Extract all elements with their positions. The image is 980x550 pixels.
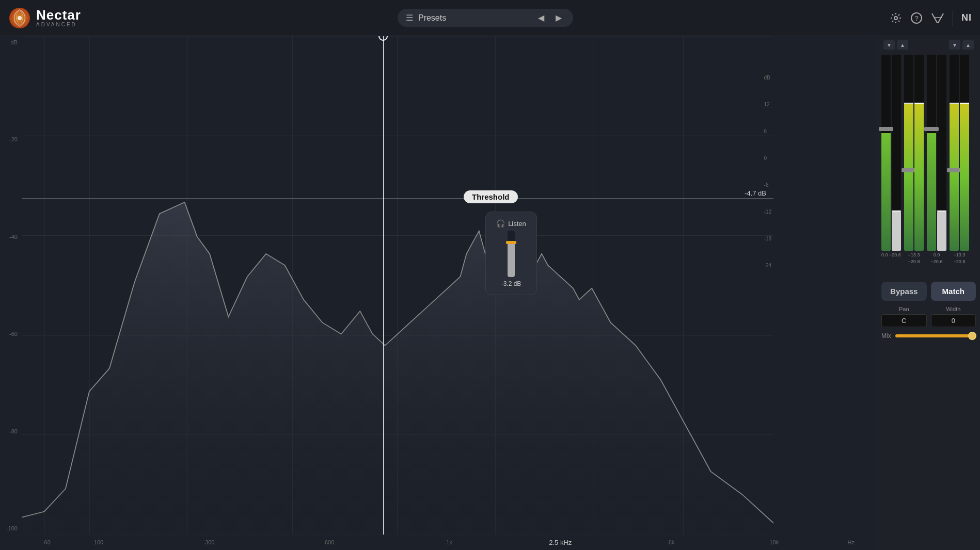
freq-100: 100 <box>94 539 103 545</box>
left-arrows: ▼ ▲ <box>883 40 908 50</box>
arrow-up-right[interactable]: ▲ <box>962 40 974 50</box>
match-button[interactable]: Match <box>931 282 976 301</box>
meter-values-3: 0.0−20.6 <box>931 252 943 265</box>
listen-slider-track[interactable] <box>508 231 515 277</box>
gear-icon <box>890 12 902 24</box>
meter-fill-2 <box>914 104 924 251</box>
arrow-down-left[interactable]: ▼ <box>883 40 895 50</box>
meter-peak-4 <box>960 103 969 104</box>
svg-line-6 <box>938 13 943 23</box>
meter-group-3: 0.0−20.6 <box>927 55 946 265</box>
fader-4[interactable] <box>950 55 959 251</box>
pan-width-row: Pan C Width 0 <box>881 306 976 327</box>
freq-10k: 10k <box>769 539 779 545</box>
meter-val-3a: 0.0−20.6 <box>931 252 943 264</box>
listen-title: 🎧 Listen <box>496 219 526 228</box>
freq-1k: 1k <box>446 539 452 545</box>
app-name: Nectar <box>36 8 81 22</box>
threshold-label-box[interactable]: Threshold <box>464 190 518 203</box>
mix-slider[interactable] <box>895 334 976 337</box>
meter-2 <box>914 55 924 251</box>
width-label: Width <box>946 306 960 312</box>
meter-values-2: −13.3−20.8 <box>908 252 920 265</box>
threshold-label: Threshold <box>472 192 510 201</box>
bottom-controls: Bypass Match Pan C Width 0 Mix <box>881 280 976 342</box>
fader-3[interactable] <box>927 55 936 251</box>
width-value[interactable]: 0 <box>931 314 976 327</box>
meter-group-2: −13.3−20.8 <box>904 55 924 265</box>
fader-peak-mark-4 <box>950 103 959 104</box>
fader-thumb-1[interactable] <box>879 127 893 131</box>
meter-pair-1 <box>881 55 901 251</box>
meter-fill-1 <box>892 212 901 251</box>
meter-val-1a: 0.0 −20.6 <box>881 252 901 258</box>
spectrum-area[interactable]: dB -20 -40 -60 -80 -100 <box>0 36 877 550</box>
meter-1 <box>892 55 901 251</box>
db-label-m80: -80 <box>2 428 20 434</box>
freq-cursor: 2.5 kHz <box>549 539 572 546</box>
crosshair-button[interactable] <box>931 11 944 25</box>
meter-group-4: −13.3−20.8 <box>950 55 969 265</box>
help-button[interactable]: ? <box>910 12 923 24</box>
arrow-up-left[interactable]: ▲ <box>897 40 908 50</box>
freq-60: 60 <box>44 539 51 545</box>
pan-value[interactable]: C <box>881 314 927 327</box>
freq-600: 600 <box>325 539 334 545</box>
listen-slider-area[interactable] <box>494 231 528 277</box>
header-right: ? NI <box>890 10 972 26</box>
crosshair-icon <box>931 11 944 25</box>
fader-fill-4 <box>950 104 959 251</box>
listen-popup: 🎧 Listen -3.2 dB <box>485 212 537 295</box>
presets-bar[interactable]: ☰ Presets ◀ ▶ <box>398 9 573 27</box>
fader-peak-mark <box>904 103 913 104</box>
freq-labels: 60 100 300 600 1k 2.5 kHz 6k 10k Hz <box>22 535 877 550</box>
spectrum-svg <box>22 36 773 535</box>
logo-icon <box>8 7 31 29</box>
meter-pair-3 <box>927 55 946 251</box>
arrow-down-right[interactable]: ▼ <box>949 40 960 50</box>
meter-group-1: 0.0 −20.6 <box>881 55 901 258</box>
header-center: ☰ Presets ◀ ▶ <box>398 9 573 27</box>
meter-val-2a: −13.3−20.8 <box>908 252 920 264</box>
mix-row: Mix <box>881 332 976 339</box>
meter-pair-2 <box>904 55 924 251</box>
db-label-m60: -60 <box>2 331 20 337</box>
mix-label: Mix <box>881 332 891 339</box>
meter-4 <box>960 55 969 251</box>
width-group: Width 0 <box>931 306 976 327</box>
threshold-line[interactable] <box>22 199 773 199</box>
mix-slider-thumb[interactable] <box>968 332 976 340</box>
db-scale-spectrum-right: dB 12 6 0 -6 -12 -18 -24 <box>764 75 771 289</box>
db-label-top: dB <box>2 39 20 45</box>
db-label-m20: -20 <box>2 136 20 142</box>
db-label-m100: -100 <box>2 525 20 531</box>
pan-group: Pan C <box>881 306 927 327</box>
headphones-icon: 🎧 <box>496 219 505 228</box>
meter-pair-4 <box>950 55 969 251</box>
cursor-line <box>383 36 384 535</box>
meter-peak-3 <box>937 211 946 212</box>
right-panel: ▼ ▲ ▼ ▲ <box>877 36 980 550</box>
svg-point-1 <box>18 16 22 20</box>
pan-label: Pan <box>899 306 909 312</box>
top-arrows: ▼ ▲ ▼ ▲ <box>881 40 976 50</box>
preset-prev-button[interactable]: ◀ <box>535 12 547 24</box>
bypass-button[interactable]: Bypass <box>881 282 927 301</box>
svg-line-5 <box>932 13 937 23</box>
preset-next-button[interactable]: ▶ <box>552 12 565 24</box>
meter-fill-4 <box>960 104 969 251</box>
fader-thumb-4[interactable] <box>947 168 961 172</box>
help-icon: ? <box>910 12 923 24</box>
fader-fill-2 <box>904 104 913 251</box>
meter-val-4a: −13.3−20.8 <box>954 252 966 264</box>
meter-fill-3 <box>937 212 946 251</box>
svg-text:?: ? <box>914 14 918 22</box>
listen-label: Listen <box>508 220 526 228</box>
settings-button[interactable] <box>890 12 902 24</box>
fader-1[interactable] <box>881 55 891 251</box>
fader-thumb-3[interactable] <box>924 127 939 131</box>
header: Nectar ADVANCED ☰ Presets ◀ ▶ ? <box>0 0 980 36</box>
fader-thumb-2[interactable] <box>902 168 916 172</box>
db-label-m40: -40 <box>2 234 20 240</box>
fader-2[interactable] <box>904 55 913 251</box>
